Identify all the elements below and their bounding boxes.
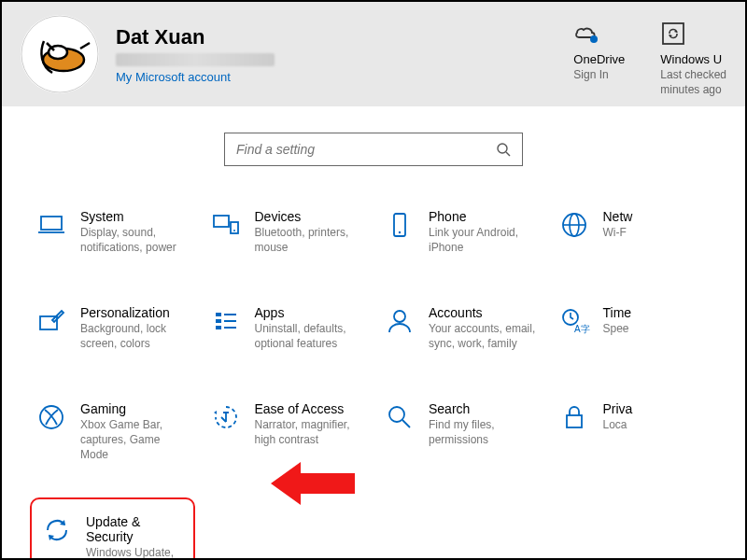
paint-icon [35, 305, 67, 337]
category-desc: Windows Update, recovery, backup [86, 546, 184, 560]
update-icon [41, 514, 73, 546]
user-email-redacted [116, 53, 275, 66]
category-title: Update & Security [86, 514, 184, 544]
search-input[interactable] [236, 142, 496, 157]
category-desc: Narrator, magnifier, high contrast [255, 418, 364, 447]
category-title: Netw [603, 209, 633, 224]
category-time-language[interactable]: A字 Time Spee [553, 298, 718, 358]
category-title: Personalization [80, 305, 190, 320]
category-gaming[interactable]: Gaming Xbox Game Bar, captures, Game Mod… [30, 394, 195, 469]
svg-rect-4 [663, 23, 684, 44]
phone-icon [384, 209, 416, 241]
header-status-area: OneDrive Sign In Windows U Last checked … [573, 13, 726, 96]
magnifier-icon [384, 401, 416, 433]
category-phone[interactable]: Phone Link your Android, iPhone [378, 202, 543, 262]
svg-point-3 [590, 35, 598, 43]
category-devices[interactable]: Devices Bluetooth, printers, mouse [204, 202, 370, 262]
category-desc: Wi-F [603, 226, 633, 241]
svg-rect-30 [567, 415, 582, 427]
search-icon[interactable] [496, 142, 511, 157]
settings-header: Dat Xuan My Microsoft account OneDrive S… [2, 2, 745, 106]
category-title: Time [603, 305, 632, 320]
category-desc: Loca [603, 418, 633, 433]
globe-icon [558, 209, 590, 241]
svg-text:A字: A字 [574, 324, 590, 334]
category-title: Search [429, 401, 538, 416]
svg-rect-7 [41, 217, 62, 230]
settings-grid: System Display, sound, notifications, po… [2, 183, 745, 560]
windows-update-status[interactable]: Windows U Last checked minutes ago [660, 21, 726, 96]
category-title: Ease of Access [255, 401, 364, 416]
winupdate-title: Windows U [660, 52, 722, 66]
avatar [21, 15, 99, 93]
category-desc: Link your Android, iPhone [429, 226, 538, 255]
svg-marker-31 [271, 462, 355, 505]
onedrive-icon [573, 21, 599, 47]
category-desc: Bluetooth, printers, mouse [255, 226, 364, 255]
svg-point-11 [233, 230, 235, 231]
arrow-annotation [271, 460, 355, 507]
category-privacy[interactable]: Priva Loca [553, 394, 718, 469]
laptop-icon [35, 209, 67, 241]
user-info: Dat Xuan My Microsoft account [116, 25, 275, 84]
svg-rect-10 [231, 222, 238, 233]
category-desc: Spee [603, 322, 632, 337]
user-name: Dat Xuan [116, 25, 275, 49]
search-box[interactable] [224, 133, 523, 166]
category-title: Priva [603, 401, 633, 416]
category-title: Accounts [429, 305, 538, 320]
category-personalization[interactable]: Personalization Background, lock screen,… [30, 298, 195, 358]
winupdate-sub2: minutes ago [660, 83, 721, 96]
svg-point-13 [399, 231, 401, 233]
svg-rect-9 [214, 216, 229, 227]
category-update-security[interactable]: Update & Security Windows Update, recove… [30, 497, 195, 560]
category-system[interactable]: System Display, sound, notifications, po… [30, 202, 195, 262]
ms-account-link[interactable]: My Microsoft account [116, 70, 275, 84]
category-title: Gaming [80, 401, 190, 416]
svg-point-5 [498, 144, 507, 153]
svg-line-29 [402, 420, 410, 427]
lock-icon [558, 401, 590, 433]
apps-icon [210, 305, 242, 337]
svg-rect-22 [216, 326, 221, 329]
category-apps[interactable]: Apps Uninstall, defaults, optional featu… [204, 298, 370, 358]
search-row [2, 106, 745, 183]
onedrive-sub: Sign In [573, 68, 608, 81]
category-desc: Find my files, permissions [429, 418, 538, 447]
category-search[interactable]: Search Find my files, permissions [378, 394, 543, 469]
category-ease-of-access[interactable]: Ease of Access Narrator, magnifier, high… [204, 394, 370, 469]
category-title: Devices [255, 209, 364, 224]
category-desc: Display, sound, notifications, power [80, 226, 190, 255]
winupdate-sub1: Last checked [660, 68, 726, 81]
time-lang-icon: A字 [558, 305, 590, 337]
onedrive-title: OneDrive [573, 52, 625, 66]
category-title: Phone [429, 209, 538, 224]
ease-icon [210, 401, 242, 433]
svg-line-6 [506, 152, 510, 156]
category-title: System [80, 209, 190, 224]
category-network[interactable]: Netw Wi-F [553, 202, 718, 262]
svg-rect-18 [216, 313, 221, 316]
devices-icon [210, 209, 242, 241]
svg-point-28 [389, 407, 404, 422]
category-title: Apps [255, 305, 364, 320]
category-desc: Uninstall, defaults, optional features [255, 322, 364, 351]
person-icon [384, 305, 416, 337]
category-desc: Your accounts, email, sync, work, family [429, 322, 538, 351]
svg-rect-20 [216, 319, 221, 323]
category-accounts[interactable]: Accounts Your accounts, email, sync, wor… [378, 298, 543, 358]
category-desc: Background, lock screen, colors [80, 322, 190, 351]
sync-icon [660, 21, 686, 47]
xbox-icon [35, 401, 67, 433]
category-desc: Xbox Game Bar, captures, Game Mode [80, 418, 190, 462]
svg-point-24 [394, 311, 405, 322]
onedrive-status[interactable]: OneDrive Sign In [573, 21, 625, 81]
